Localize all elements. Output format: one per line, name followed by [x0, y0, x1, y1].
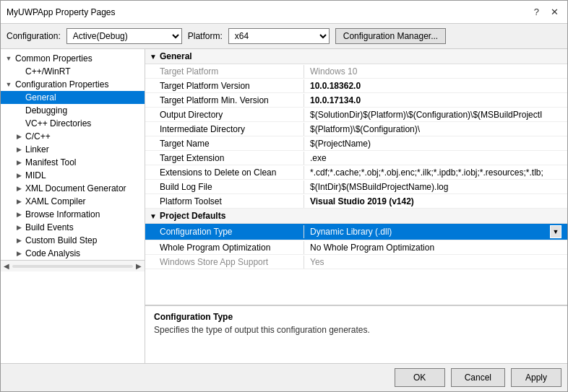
tree-item-label: VC++ Directories: [24, 118, 91, 129]
config-row: Configuration: Active(Debug) Platform: x…: [1, 24, 567, 49]
prop-row: Platform ToolsetVisual Studio 2019 (v142…: [145, 194, 567, 209]
config-label: Configuration:: [7, 31, 61, 41]
prop-row: Target Platform Min. Version10.0.17134.0: [145, 93, 567, 108]
prop-value: .exe: [304, 152, 567, 165]
tree-arrow: [14, 237, 24, 244]
prop-row: Windows Store App SupportYes: [145, 255, 567, 269]
section-header-general[interactable]: General: [145, 49, 567, 64]
tree-item-label: MIDL: [24, 170, 46, 180]
tree-arrow: [14, 159, 24, 166]
sidebar-item-cpp-winrt[interactable]: C++/WinRT: [1, 65, 145, 78]
tree-item-label: Custom Build Step: [24, 235, 97, 245]
prop-name: Platform Toolset: [145, 195, 304, 208]
tree-item-label: Linker: [24, 144, 49, 154]
tree-item-label: Debugging: [24, 105, 67, 116]
prop-value: No Whole Program Optimization: [304, 241, 567, 254]
help-button[interactable]: ?: [531, 6, 542, 17]
prop-value-text: 10.0.17134.0: [310, 95, 361, 105]
sidebar-item-linker[interactable]: Linker: [1, 143, 145, 156]
prop-row: Build Log File$(IntDir)$(MSBuildProjectN…: [145, 180, 567, 194]
sidebar-item-debugging[interactable]: Debugging: [1, 104, 145, 117]
platform-select[interactable]: x64: [228, 28, 330, 44]
prop-value: Windows 10: [304, 65, 567, 78]
prop-row: Target Platform Version10.0.18362.0: [145, 79, 567, 93]
cancel-button[interactable]: Cancel: [451, 368, 505, 387]
tree-arrow: [4, 55, 14, 62]
sidebar-item-common-props[interactable]: Common Properties: [1, 52, 145, 65]
prop-name: Target Platform: [145, 65, 304, 78]
prop-name: Target Extension: [145, 152, 304, 165]
tree-item-label: Browse Information: [24, 209, 100, 219]
prop-row: Intermediate Directory$(Platform)\$(Conf…: [145, 122, 567, 136]
sidebar-item-manifest[interactable]: Manifest Tool: [1, 156, 145, 169]
sidebar-item-code-analysis[interactable]: Code Analysis: [1, 247, 145, 260]
prop-row: Target Name$(ProjectName): [145, 136, 567, 151]
prop-name: Target Platform Version: [145, 79, 304, 92]
prop-value: 10.0.17134.0: [304, 94, 567, 107]
sidebar-item-xaml[interactable]: XAML Compiler: [1, 195, 145, 208]
sidebar-item-general[interactable]: General: [1, 91, 145, 104]
tree-item-label: Build Events: [24, 222, 74, 232]
prop-value-text: Yes: [310, 257, 324, 267]
sidebar-item-vcpp-dirs[interactable]: VC++ Directories: [1, 117, 145, 130]
tree-item-label: C++/WinRT: [24, 66, 70, 77]
tree-item-label: Code Analysis: [24, 248, 80, 258]
prop-row: Target Extension.exe: [145, 151, 567, 165]
sidebar-item-custom-build[interactable]: Custom Build Step: [1, 234, 145, 247]
section-label: Project Defaults: [160, 211, 225, 221]
apply-button[interactable]: Apply: [511, 368, 561, 387]
prop-dropdown-button[interactable]: ▼: [550, 225, 561, 238]
sidebar-item-midl[interactable]: MIDL: [1, 169, 145, 182]
prop-value: $(IntDir)$(MSBuildProjectName).log: [304, 180, 567, 193]
prop-value: Visual Studio 2019 (v142): [304, 195, 567, 208]
prop-row: Output Directory$(SolutionDir)$(Platform…: [145, 108, 567, 122]
description-title: Configuration Type: [154, 312, 559, 322]
prop-value-text: Windows 10: [310, 66, 357, 77]
prop-value[interactable]: Dynamic Library (.dll)▼: [304, 224, 567, 240]
ok-button[interactable]: OK: [395, 368, 445, 387]
prop-name: Extensions to Delete on Clean: [145, 166, 304, 179]
close-button[interactable]: ✕: [548, 6, 561, 17]
platform-label: Platform:: [188, 31, 223, 41]
prop-value-text: $(Platform)\$(Configuration)\: [310, 124, 420, 134]
prop-row: Extensions to Delete on Clean*.cdf;*.cac…: [145, 165, 567, 180]
tree-arrow: [14, 198, 24, 205]
section-header-project-defaults[interactable]: Project Defaults: [145, 209, 567, 224]
sidebar-item-config-props[interactable]: Configuration Properties: [1, 78, 145, 91]
scroll-left-arrow[interactable]: ◀: [4, 262, 9, 270]
tree-arrow: [14, 146, 24, 153]
description-panel: Configuration Type Specifies the type of…: [145, 305, 567, 363]
tree-arrow: [14, 133, 24, 140]
prop-value-text: Visual Studio 2019 (v142): [310, 196, 414, 206]
tree-arrow: [14, 172, 24, 179]
prop-name: Target Platform Min. Version: [145, 94, 304, 107]
property-pages-window: MyUWPApp Property Pages ? ✕ Configuratio…: [0, 0, 568, 392]
description-text: Specifies the type of output this config…: [154, 325, 559, 335]
prop-value: Yes: [304, 256, 567, 269]
tree-arrow: [14, 224, 24, 231]
section-arrow: [150, 212, 160, 220]
prop-name: Output Directory: [145, 108, 304, 121]
sidebar-item-xml-gen[interactable]: XML Document Generator: [1, 182, 145, 195]
prop-name: Target Name: [145, 137, 304, 150]
prop-name: Build Log File: [145, 180, 304, 193]
sidebar-scroll: ◀▶: [1, 260, 145, 271]
sidebar-item-build-events[interactable]: Build Events: [1, 221, 145, 234]
sidebar-item-browse[interactable]: Browse Information: [1, 208, 145, 221]
main-area: Common PropertiesC++/WinRTConfiguration …: [1, 49, 567, 363]
prop-row[interactable]: Configuration TypeDynamic Library (.dll)…: [145, 224, 567, 240]
tree-arrow: [14, 211, 24, 218]
config-select[interactable]: Active(Debug): [66, 28, 182, 44]
tree-arrow: [4, 81, 14, 88]
prop-value-text: $(ProjectName): [310, 139, 371, 149]
tree-arrow: [14, 185, 24, 192]
section-label: General: [160, 51, 192, 61]
scroll-right-arrow[interactable]: ▶: [136, 262, 142, 270]
config-manager-button[interactable]: Configuration Manager...: [335, 28, 446, 44]
prop-value: *.cdf;*.cache;*.obj;*.obj.enc;*.ilk;*.ip…: [304, 166, 567, 179]
sidebar: Common PropertiesC++/WinRTConfiguration …: [1, 49, 145, 363]
tree-arrow: [14, 250, 24, 257]
prop-name: Intermediate Directory: [145, 123, 304, 136]
sidebar-item-cpp[interactable]: C/C++: [1, 130, 145, 143]
content-area: GeneralTarget PlatformWindows 10Target P…: [145, 49, 567, 363]
